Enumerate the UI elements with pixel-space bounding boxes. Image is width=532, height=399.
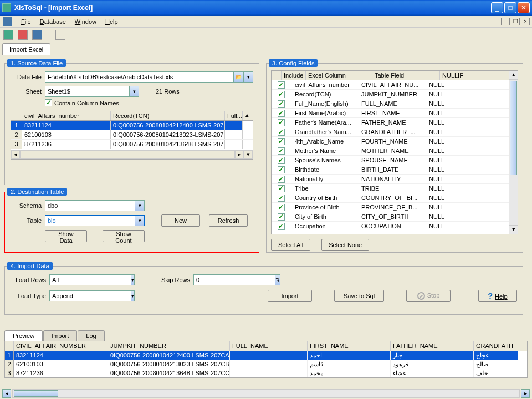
sheet-input[interactable] [45, 86, 129, 97]
tab-import-excel[interactable]: Import Excel [2, 43, 50, 55]
mdi-close[interactable]: × [521, 18, 530, 25]
config-row[interactable]: ✓BirthdateBIRTH_DATENULL [272, 165, 509, 175]
close-button[interactable]: ✕ [518, 2, 530, 13]
include-checkbox[interactable]: ✓ [278, 223, 285, 230]
skip-rows-input[interactable] [193, 274, 275, 285]
schema-dropdown[interactable]: ▾ [135, 200, 145, 211]
include-checkbox[interactable]: ✓ [278, 147, 285, 155]
preview-col[interactable]: CIVIL_AFFAIR_NUMBER [14, 341, 108, 351]
menu-window[interactable]: Window [70, 17, 101, 26]
tab-preview[interactable]: Preview [4, 330, 43, 341]
schema-input[interactable] [45, 200, 135, 211]
menu-help[interactable]: Help [101, 17, 122, 26]
include-checkbox[interactable]: ✓ [278, 204, 285, 211]
minimize-button[interactable]: _ [491, 2, 503, 13]
source-row[interactable]: 1832111240IQ000756-20080104212400-LSMS-2… [11, 121, 253, 130]
preview-row[interactable]: 1832111240IQ000756-20080104212400-LSMS-2… [5, 351, 527, 360]
cfg-col-include[interactable]: Include [282, 71, 306, 80]
hscroll-track[interactable] [12, 389, 520, 398]
select-all-button[interactable]: Select All [271, 239, 310, 251]
cfg-col-excel[interactable]: Excel Column [306, 71, 372, 80]
source-col-2[interactable]: Record(TCN) [111, 111, 225, 120]
source-col-rownum[interactable] [11, 111, 22, 120]
tab-log[interactable]: Log [78, 330, 104, 341]
select-none-button[interactable]: Select None [321, 239, 369, 251]
show-data-button[interactable]: Show Data [45, 230, 87, 242]
config-row[interactable]: ✓First Name(Arabic)FIRST_NAMENULL [272, 109, 509, 118]
include-checkbox[interactable]: ✓ [278, 195, 285, 202]
toolbar-btn-3[interactable] [32, 30, 42, 40]
config-row[interactable]: ✓TribeTRIBENULL [272, 184, 509, 193]
config-row[interactable]: ✓4th_Arabic_NameFOURTH_NAMENULL [272, 137, 509, 146]
new-button[interactable]: New [161, 214, 200, 227]
load-rows-dropdown[interactable]: ▾ [131, 274, 135, 285]
config-row[interactable]: ✓Province of BirthPROVINCE_OF_B...NULL [272, 203, 509, 212]
include-checkbox[interactable]: ✓ [278, 138, 285, 145]
source-scroll-down[interactable]: ▾ [244, 150, 253, 159]
config-row[interactable]: ✓City of BirthCITY_OF_BIRTHNULL [272, 212, 509, 222]
datafile-dropdown[interactable]: ▾ [243, 71, 253, 83]
source-hscroll-right[interactable]: ▸ [235, 150, 244, 159]
cfg-col-checkbox[interactable] [272, 71, 282, 80]
source-col-1[interactable]: civil_Affairs_number [22, 111, 111, 120]
include-checkbox[interactable]: ✓ [278, 185, 285, 192]
preview-col[interactable]: GRANDFATH [474, 341, 518, 351]
hscroll-left[interactable]: ◂ [2, 389, 11, 398]
load-rows-input[interactable] [49, 274, 131, 285]
show-count-button[interactable]: Show Count [103, 230, 145, 242]
preview-col[interactable]: JUMPKIT_NUMBER [108, 341, 230, 351]
sheet-dropdown[interactable]: ▾ [129, 86, 139, 97]
source-scroll-up[interactable]: ▴ [243, 111, 252, 120]
save-to-sql-button[interactable]: Save to Sql [334, 290, 384, 302]
config-row[interactable]: ✓Country of BirthCOUNTRY_OF_BI...NULL [272, 193, 509, 203]
skip-rows-stepper[interactable]: ⇅ [275, 274, 280, 285]
include-checkbox[interactable]: ✓ [278, 119, 285, 126]
datafile-input[interactable] [45, 71, 233, 83]
config-row[interactable]: ✓Grandfather's Nam...GRANDFATHER_...NULL [272, 127, 509, 137]
help-button[interactable]: ?Help [478, 290, 517, 302]
hscroll-right[interactable]: ▸ [521, 389, 530, 398]
config-row[interactable]: ✓Father's Name(Ara...FATHER_NAMENULL [272, 118, 509, 127]
preview-col[interactable]: FIRST_NAME [308, 341, 391, 351]
table-dropdown[interactable]: ▾ [135, 215, 145, 226]
include-checkbox[interactable]: ✓ [278, 91, 285, 98]
include-checkbox[interactable]: ✓ [278, 129, 285, 136]
tab-import[interactable]: Import [43, 330, 77, 341]
include-checkbox[interactable]: ✓ [278, 166, 285, 173]
config-row[interactable]: ✓Record(TCN)JUMPKIT_NUMBERNULL [272, 90, 509, 99]
datafile-browse-button[interactable]: 📂 [233, 71, 243, 83]
preview-col[interactable]: FATHER_NAME [391, 341, 474, 351]
config-row[interactable]: ✓NationalityNATIONALITYNULL [272, 175, 509, 184]
preview-row[interactable]: 2621001030IQ000756-20080104213023-LSMS-2… [5, 360, 527, 369]
menu-database[interactable]: Database [35, 17, 70, 26]
source-col-3[interactable]: Full... [225, 111, 243, 120]
mdi-restore[interactable]: ❐ [511, 18, 520, 25]
load-type-dropdown[interactable]: ▾ [131, 290, 135, 301]
include-checkbox[interactable]: ✓ [278, 213, 285, 221]
include-checkbox[interactable]: ✓ [278, 176, 285, 183]
source-hscroll-left[interactable]: ◂ [11, 150, 20, 159]
toolbar-btn-2[interactable] [18, 30, 28, 40]
cfg-col-field[interactable]: Table Field [372, 71, 440, 80]
config-row[interactable]: ✓OccupationOCCUPATIONNULL [272, 222, 509, 231]
source-row[interactable]: 2621001030IQ000756-20080104213023-LSMS-2… [11, 130, 253, 140]
include-checkbox[interactable]: ✓ [278, 157, 285, 164]
refresh-button[interactable]: Refresh [209, 214, 248, 227]
include-checkbox[interactable]: ✓ [278, 81, 285, 89]
load-type-input[interactable] [49, 290, 131, 301]
toolbar-btn-1[interactable] [3, 30, 13, 40]
include-checkbox[interactable]: ✓ [278, 100, 285, 108]
cfg-scrollbar[interactable]: ▴ ▾ [509, 71, 518, 234]
config-row[interactable]: ✓Spouse's NamesSPOUSE_NAMENULL [272, 156, 509, 165]
menu-file[interactable]: FFileile [17, 17, 35, 26]
cfg-col-nullif[interactable]: NULLIF [440, 71, 473, 80]
include-checkbox[interactable]: ✓ [278, 110, 285, 117]
config-row[interactable]: ✓civil_Affairs_numberCIVIL_AFFAIR_NU...N… [272, 80, 509, 90]
toolbar-btn-4[interactable] [55, 30, 65, 40]
mdi-minimize[interactable]: _ [501, 18, 510, 25]
config-row[interactable]: ✓Mother's NameMOTHER_NAMENULL [272, 146, 509, 156]
table-input[interactable] [45, 215, 135, 226]
maximize-button[interactable]: □ [504, 2, 516, 13]
source-row[interactable]: 3872112360IQ000756-20080104213648-LSMS-2… [11, 140, 253, 149]
import-button[interactable]: Import [268, 290, 312, 302]
